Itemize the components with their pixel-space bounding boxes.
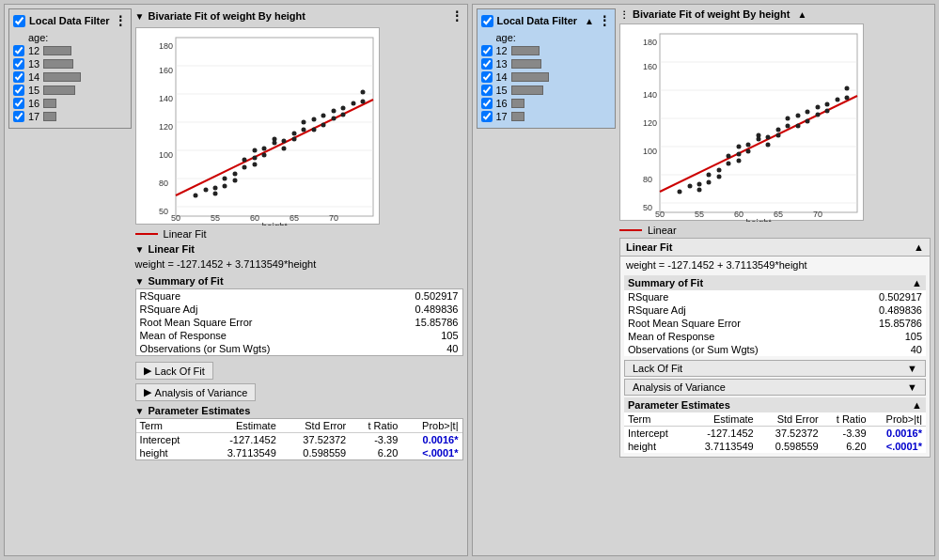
filter-age-16: 16 [28, 98, 39, 109]
svg-text:65: 65 [774, 210, 783, 219]
left-lf-chevron: ▼ [135, 244, 145, 255]
right-bivariate-section: ⋮ Bivariate Fit of weight By height ▲ we… [619, 8, 931, 552]
table-row: Intercept -127.1452 37.52372 -3.39 0.001… [624, 427, 926, 441]
right-bivariate-dots-left: ⋮ [619, 9, 629, 20]
filter-bar-13 [43, 59, 73, 69]
right-legend-line [619, 229, 642, 231]
filter-bar-12 [43, 46, 71, 55]
table-row: height 3.7113549 0.598559 6.20 <.0001* [136, 446, 462, 459]
left-bivariate-dots[interactable]: ⋮ [450, 8, 463, 23]
svg-point-46 [331, 117, 336, 121]
right-anova-button[interactable]: Analysis of Variance ▼ [624, 379, 926, 396]
right-param-header[interactable]: Parameter Estimates ▲ [624, 397, 926, 412]
right-anova-label: Analysis of Variance [633, 381, 726, 393]
left-summary-header[interactable]: ▼ Summary of Fit [135, 273, 463, 288]
svg-point-44 [321, 114, 325, 118]
right-filter-checkbox-17[interactable] [481, 111, 493, 122]
filter-bar-16 [43, 99, 56, 108]
age-label: age: [28, 32, 48, 43]
right-mean-value: 105 [845, 330, 926, 343]
svg-point-81 [726, 154, 730, 159]
right-param-label: Parameter Estimates [628, 399, 730, 411]
right-lf-section-header[interactable]: Linear Fit ▲ [620, 239, 930, 257]
right-filter-row-14: 14 [481, 71, 611, 83]
left-linear-fit-header[interactable]: ▼ Linear Fit [135, 241, 463, 257]
right-summary-header[interactable]: Summary of Fit ▲ [624, 275, 926, 290]
param-col-est: Estimate [202, 419, 280, 433]
right-filter-bar-12 [511, 46, 540, 55]
filter-checkbox-13[interactable] [13, 58, 24, 70]
summary-obs-value: 40 [374, 342, 462, 355]
filter-age-13: 13 [28, 58, 39, 70]
filter-checkbox-16[interactable] [13, 98, 24, 109]
right-filter-age-17: 17 [496, 111, 508, 122]
right-filter-bar-13 [511, 59, 541, 69]
left-lof-row: ▶ Lack Of Fit [135, 362, 463, 380]
filter-row-16: 16 [13, 98, 127, 109]
right-filter-age-15: 15 [496, 85, 508, 96]
filter-age-12: 12 [28, 45, 39, 56]
filter-checkbox-14[interactable] [13, 71, 24, 83]
right-filter-box: Local Data Filter ▲ ⋮ age: 12 13 14 [477, 8, 616, 129]
right-filter-checkbox-12[interactable] [481, 45, 493, 56]
svg-point-41 [301, 120, 305, 125]
right-lof-row: Lack Of Fit ▼ [624, 360, 926, 377]
right-filter-age-13: 13 [496, 58, 508, 70]
svg-point-32 [261, 147, 266, 151]
svg-point-102 [824, 109, 829, 114]
right-anova-arrow: ▼ [907, 381, 917, 393]
right-filter-checkbox-13[interactable] [481, 58, 493, 70]
left-chart-svg: weight 50 80 100 120 140 160 180 [136, 28, 381, 226]
table-row: height 3.7113549 0.598559 6.20 <.0001* [624, 440, 926, 453]
filter-checkbox-17[interactable] [13, 111, 24, 122]
left-lof-button[interactable]: ▶ Lack Of Fit [135, 362, 213, 380]
filter-checkbox-15[interactable] [13, 85, 24, 96]
right-filter-title-checkbox[interactable] [481, 15, 493, 27]
right-lof-button[interactable]: Lack Of Fit ▼ [624, 360, 926, 377]
left-lof-label: Lack Of Fit [155, 366, 205, 377]
right-filter-checkbox-15[interactable] [481, 85, 493, 96]
left-legend: Linear Fit [135, 228, 463, 240]
right-filter-checkbox-16[interactable] [481, 98, 493, 109]
svg-point-50 [351, 101, 355, 106]
table-row: Observations (or Sum Wgts) 40 [136, 342, 462, 355]
right-filter-dots[interactable]: ⋮ [598, 13, 611, 28]
param-height-est: 3.7113549 [202, 446, 280, 459]
right-filter-bar-15 [511, 86, 543, 95]
svg-point-37 [281, 139, 286, 144]
right-filter-row-13: 13 [481, 58, 611, 70]
left-anova-button[interactable]: ▶ Analysis of Variance [135, 383, 257, 401]
filter-checkbox-12[interactable] [13, 45, 24, 56]
svg-point-45 [321, 123, 325, 128]
param-height-p: <.0001* [401, 446, 462, 459]
left-filter-dots[interactable]: ⋮ [114, 13, 127, 28]
svg-point-77 [716, 175, 721, 179]
right-param-col-se: Std Error [758, 412, 822, 427]
right-filter-checkbox-14[interactable] [481, 71, 493, 83]
filter-row-17: 17 [13, 111, 127, 122]
filter-title-checkbox[interactable] [13, 15, 25, 27]
svg-point-82 [736, 159, 741, 163]
svg-point-39 [291, 137, 296, 142]
svg-point-84 [745, 149, 750, 154]
left-param-header[interactable]: ▼ Parameter Estimates [135, 403, 463, 418]
summary-rsq-label: RSquare [136, 289, 375, 303]
svg-point-35 [272, 137, 276, 142]
svg-text:50: 50 [643, 203, 652, 212]
left-bivariate-chevron: ▼ [135, 11, 145, 22]
filter-bar-14 [43, 72, 81, 82]
right-filter-label: Local Data Filter [497, 15, 578, 26]
left-anova-arrow: ▶ [144, 386, 151, 398]
table-row: RSquare Adj 0.489836 [624, 303, 926, 317]
right-filter-row-17: 17 [481, 111, 611, 122]
right-rmse-value: 15.85786 [845, 317, 926, 330]
right-lof-arrow: ▼ [907, 363, 917, 374]
param-header-row: Term Estimate Std Error t Ratio Prob>|t| [136, 419, 462, 433]
svg-text:60: 60 [734, 210, 743, 219]
svg-point-20 [203, 188, 208, 193]
left-filter-title: Local Data Filter ⋮ [13, 13, 127, 28]
right-bivariate-title: ⋮ Bivariate Fit of weight By height ▲ [619, 8, 931, 20]
right-param-height-est: 3.7113549 [685, 440, 758, 453]
summary-obs-label: Observations (or Sum Wgts) [136, 342, 375, 355]
svg-point-36 [281, 147, 286, 151]
